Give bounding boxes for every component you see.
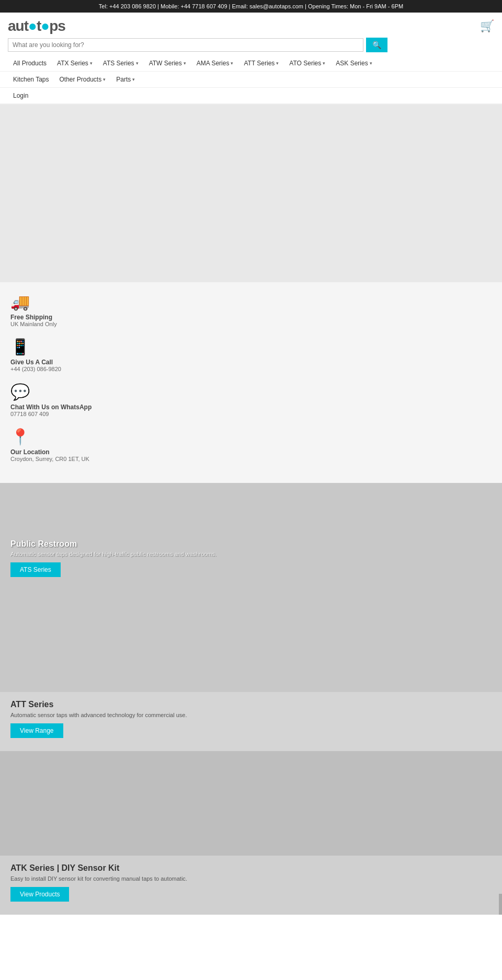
product-card-btn-3[interactable]: View Products bbox=[10, 887, 69, 902]
hero-banner bbox=[0, 105, 502, 282]
product-card-att: ATT Series Automatic sensor taps with ad… bbox=[0, 692, 502, 751]
chevron-down-icon: ▾ bbox=[323, 61, 325, 66]
info-item-location: 📍 Our Location Croydon, Surrey, CR0 1ET,… bbox=[10, 428, 492, 462]
nav-item-atx-series[interactable]: ATX Series ▾ bbox=[52, 55, 98, 71]
logo-text: aut●t●ps bbox=[8, 18, 65, 34]
chevron-down-icon: ▾ bbox=[276, 61, 279, 66]
chevron-down-icon: ▾ bbox=[103, 77, 106, 82]
kitchen-section: Kitchen Taps (Manual/Automatic) Swan-nec… bbox=[0, 977, 502, 980]
nav-item-ask-series[interactable]: ASK Series ▾ bbox=[330, 55, 377, 71]
product-card-desc-1: Automatic sensor taps designed for high-… bbox=[10, 551, 272, 557]
product-card-atk: ATK Series | DIY Sensor Kit Easy to inst… bbox=[0, 856, 502, 915]
nav-primary: All Products ATX Series ▾ ATS Series ▾ A… bbox=[0, 55, 502, 72]
product-card-desc-3: Easy to install DIY sensor kit for conve… bbox=[10, 875, 272, 882]
info-section: 🚚 Free Shipping UK Mainland Only 📱 Give … bbox=[0, 282, 502, 483]
logo-dot1: ● bbox=[28, 18, 37, 34]
nav-item-parts[interactable]: Parts ▾ bbox=[111, 72, 140, 87]
product-card-desc-2: Automatic sensor taps with advanced tech… bbox=[10, 712, 272, 718]
chevron-down-icon: ▾ bbox=[132, 77, 135, 82]
product-card-title-3: ATK Series | DIY Sensor Kit bbox=[10, 863, 119, 872]
spacer bbox=[0, 915, 502, 977]
nav-secondary: Kitchen Taps Other Products ▾ Parts ▾ bbox=[0, 72, 502, 88]
top-bar: Tel: +44 203 086 9820 | Mobile: +44 7718… bbox=[0, 0, 502, 13]
nav-login: Login bbox=[0, 88, 502, 105]
product-card-btn-2[interactable]: View Range bbox=[10, 723, 63, 738]
product-card-public-restroom: Public Restroom Automatic sensor taps de… bbox=[0, 483, 502, 587]
nav-item-kitchen-taps[interactable]: Kitchen Taps bbox=[8, 72, 54, 87]
chevron-down-icon: ▾ bbox=[136, 61, 139, 66]
login-link[interactable]: Login bbox=[8, 88, 33, 103]
info-shipping-title: Free Shipping bbox=[10, 314, 492, 321]
whatsapp-icon: 💬 bbox=[10, 383, 492, 401]
scroll-indicator[interactable] bbox=[499, 894, 502, 915]
product-card-title-2: ATT Series bbox=[10, 700, 53, 709]
chevron-down-icon: ▾ bbox=[231, 61, 233, 66]
location-icon: 📍 bbox=[10, 428, 492, 446]
nav-item-other-products[interactable]: Other Products ▾ bbox=[54, 72, 111, 87]
info-item-call: 📱 Give Us A Call +44 (203) 086-9820 bbox=[10, 338, 492, 372]
nav-item-ama-series[interactable]: AMA Series ▾ bbox=[191, 55, 239, 71]
phone-icon: 📱 bbox=[10, 338, 492, 356]
product-card-btn-1[interactable]: ATS Series bbox=[10, 562, 61, 577]
nav-item-ato-series[interactable]: ATO Series ▾ bbox=[284, 55, 330, 71]
header: aut●t●ps 🛒 bbox=[0, 13, 502, 34]
info-call-title: Give Us A Call bbox=[10, 359, 492, 366]
product-card-image-2 bbox=[0, 587, 502, 692]
chevron-down-icon: ▾ bbox=[184, 61, 186, 66]
nav-item-all-products[interactable]: All Products bbox=[8, 55, 52, 71]
info-location-title: Our Location bbox=[10, 448, 492, 456]
product-card-image-3 bbox=[0, 751, 502, 856]
top-bar-text: Tel: +44 203 086 9820 | Mobile: +44 7718… bbox=[99, 3, 403, 9]
nav-item-att-series[interactable]: ATT Series ▾ bbox=[238, 55, 284, 71]
info-item-shipping: 🚚 Free Shipping UK Mainland Only bbox=[10, 293, 492, 327]
nav-item-atw-series[interactable]: ATW Series ▾ bbox=[144, 55, 191, 71]
info-shipping-subtitle: UK Mainland Only bbox=[10, 321, 492, 327]
cart-icon[interactable]: 🛒 bbox=[480, 19, 494, 33]
info-whatsapp-subtitle: 07718 607 409 bbox=[10, 411, 492, 417]
nav-item-ats-series[interactable]: ATS Series ▾ bbox=[98, 55, 144, 71]
chevron-down-icon: ▾ bbox=[90, 61, 93, 66]
logo-dot2: ● bbox=[41, 18, 49, 34]
search-bar: 🔍 bbox=[0, 34, 502, 55]
search-button[interactable]: 🔍 bbox=[366, 38, 387, 52]
logo[interactable]: aut●t●ps bbox=[8, 18, 65, 34]
info-location-subtitle: Croydon, Surrey, CR0 1ET, UK bbox=[10, 456, 492, 462]
info-whatsapp-title: Chat With Us on WhatsApp bbox=[10, 403, 492, 411]
shipping-icon: 🚚 bbox=[10, 293, 492, 311]
search-input[interactable] bbox=[8, 38, 363, 52]
product-card-title-1: Public Restroom bbox=[10, 539, 492, 549]
info-item-whatsapp: 💬 Chat With Us on WhatsApp 07718 607 409 bbox=[10, 383, 492, 417]
info-call-subtitle: +44 (203) 086-9820 bbox=[10, 366, 492, 372]
chevron-down-icon: ▾ bbox=[370, 61, 372, 66]
